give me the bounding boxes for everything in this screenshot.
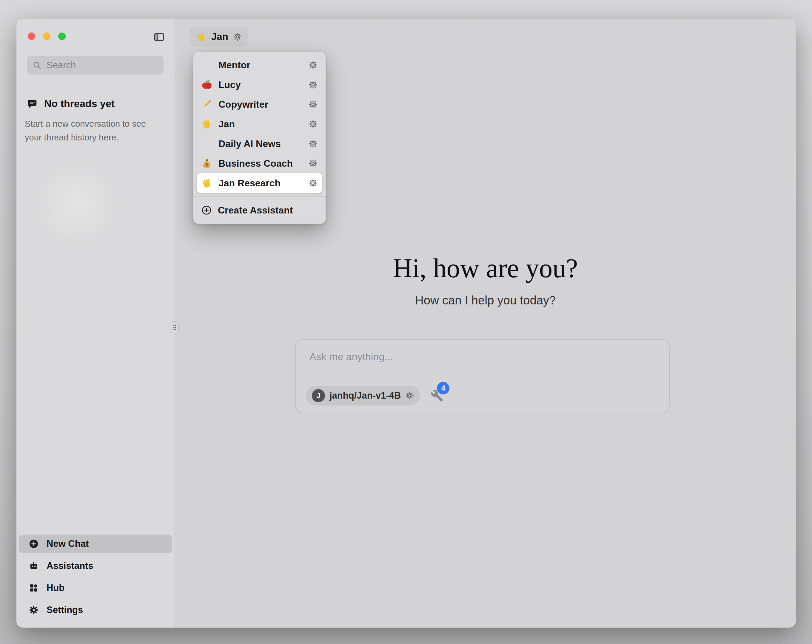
tools-button[interactable]: 4	[430, 389, 443, 402]
chat-bubble-icon	[27, 98, 38, 109]
sidebar-item-assistants[interactable]: Assistants	[19, 557, 172, 575]
assistant-menu-item-lucy[interactable]: Lucy	[197, 75, 322, 94]
assistant-menu-item-copywriter[interactable]: Copywriter	[197, 94, 322, 114]
assistant-menu: Mentor Lucy Copywriter Jan Daily AI	[193, 51, 326, 224]
create-assistant-button[interactable]: Create Assistant	[197, 200, 322, 220]
minimize-window-button[interactable]	[43, 32, 50, 40]
current-assistant-name: Jan	[211, 31, 228, 42]
sidebar-nav: New Chat Assistants Hub Settings	[19, 534, 172, 619]
plus-circle-icon	[29, 539, 39, 549]
assistant-menu-item-label: Mentor	[218, 59, 302, 71]
wave-icon	[196, 31, 207, 42]
assistant-menu-item-jan[interactable]: Jan	[197, 114, 322, 134]
greeting-title: Hi, how are you?	[175, 253, 796, 283]
gear-icon[interactable]	[308, 178, 318, 188]
drag-dots-icon	[173, 324, 177, 330]
main-area: Jan Mentor Lucy Copywriter Ja	[175, 18, 796, 627]
tools-count-badge: 4	[437, 382, 449, 394]
sidebar-item-new-chat[interactable]: New Chat	[19, 534, 172, 553]
plus-outline-icon	[201, 205, 212, 216]
gear-icon[interactable]	[308, 60, 318, 70]
gear-icon[interactable]	[405, 391, 414, 400]
model-selector[interactable]: J janhq/Jan-v1-4B	[306, 386, 420, 405]
model-name: janhq/Jan-v1-4B	[330, 390, 401, 401]
sidebar-item-settings[interactable]: Settings	[19, 601, 172, 619]
assistant-menu-item-daily-ai-news[interactable]: Daily AI News	[197, 134, 322, 154]
chat-input[interactable]	[309, 351, 656, 363]
app-window: No threads yet Start a new conversation …	[17, 18, 796, 627]
chat-composer[interactable]: J janhq/Jan-v1-4B 4	[295, 339, 670, 413]
assistant-menu-item-label: Lucy	[218, 79, 302, 90]
sidebar-item-label: Assistants	[47, 560, 93, 571]
close-window-button[interactable]	[28, 32, 35, 40]
search-icon	[32, 61, 42, 70]
zoom-window-button[interactable]	[58, 32, 66, 40]
sidebar: No threads yet Start a new conversation …	[17, 18, 175, 627]
greeting-subtitle: How can I help you today?	[175, 294, 796, 307]
assistant-menu-item-label: Jan	[218, 119, 302, 130]
pencil-icon	[201, 99, 212, 110]
sidebar-item-label: Hub	[47, 583, 64, 593]
gear-icon[interactable]	[308, 80, 318, 90]
assistant-menu-item-business-coach[interactable]: Business Coach	[197, 154, 322, 173]
empty-state-title: No threads yet	[44, 98, 114, 110]
model-badge: J	[312, 389, 325, 402]
menu-divider	[193, 196, 325, 197]
gear-icon	[29, 605, 39, 615]
assistant-menu-item-jan-research[interactable]: Jan Research	[197, 173, 322, 193]
sidebar-item-label: Settings	[47, 604, 83, 615]
sidebar-item-label: New Chat	[47, 539, 89, 549]
sidebar-toggle-icon[interactable]	[153, 31, 165, 43]
search-field[interactable]	[27, 56, 163, 75]
composer-toolbar: J janhq/Jan-v1-4B 4	[306, 386, 443, 405]
traffic-lights	[28, 32, 66, 40]
assistant-menu-item-label: Daily AI News	[218, 139, 302, 149]
gear-icon[interactable]	[233, 32, 242, 41]
assistant-menu-item-label: Copywriter	[218, 99, 302, 110]
wave-icon	[201, 118, 212, 130]
assistant-robot-icon	[29, 561, 39, 571]
apple-icon	[201, 79, 212, 90]
greeting: Hi, how are you? How can I help you toda…	[175, 253, 796, 307]
assistant-menu-item-mentor[interactable]: Mentor	[197, 55, 322, 75]
gear-icon[interactable]	[308, 139, 318, 148]
assistant-menu-item-label: Jan Research	[218, 178, 302, 189]
hub-grid-icon	[29, 583, 39, 593]
gear-icon[interactable]	[308, 119, 318, 129]
create-assistant-label: Create Assistant	[218, 205, 293, 216]
sidebar-item-hub[interactable]: Hub	[19, 579, 172, 597]
empty-state-description: Start a new conversation to see your thr…	[25, 117, 162, 144]
gear-icon[interactable]	[308, 100, 318, 109]
sidebar-resize-handle[interactable]	[171, 321, 179, 333]
money-bag-icon	[201, 158, 212, 169]
empty-state-title-row: No threads yet	[27, 98, 114, 110]
wave-icon	[201, 177, 212, 189]
assistant-menu-item-label: Business Coach	[218, 158, 302, 169]
yellow-circle-icon	[201, 138, 212, 149]
search-input[interactable]	[46, 59, 158, 71]
gear-icon[interactable]	[308, 158, 318, 168]
orange-circle-icon	[201, 59, 212, 71]
assistant-selector-button[interactable]: Jan	[190, 27, 248, 47]
